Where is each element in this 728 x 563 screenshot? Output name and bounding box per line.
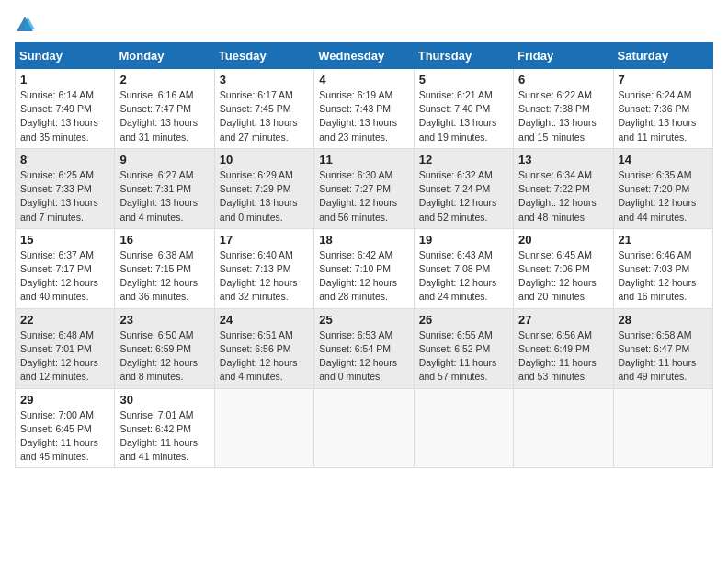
day-info: Sunrise: 6:17 AMSunset: 7:45 PMDaylight:…	[220, 88, 309, 144]
page-header	[15, 15, 713, 35]
day-number: 20	[518, 233, 608, 247]
day-info: Sunrise: 6:34 AMSunset: 7:22 PMDaylight:…	[518, 168, 608, 224]
day-info: Sunrise: 6:29 AMSunset: 7:29 PMDaylight:…	[220, 168, 309, 224]
calendar-day-cell: 11 Sunrise: 6:30 AMSunset: 7:27 PMDaylig…	[314, 148, 414, 228]
calendar-week-row: 29 Sunrise: 7:00 AMSunset: 6:45 PMDaylig…	[16, 388, 713, 468]
day-info: Sunrise: 6:58 AMSunset: 6:47 PMDaylight:…	[619, 328, 708, 385]
calendar-day-cell	[414, 388, 513, 468]
day-number: 30	[119, 393, 209, 407]
day-number: 4	[319, 73, 408, 86]
logo-icon	[15, 15, 35, 35]
calendar-day-cell: 28 Sunrise: 6:58 AMSunset: 6:47 PMDaylig…	[613, 308, 712, 388]
day-number: 10	[220, 153, 309, 167]
calendar-day-cell: 27 Sunrise: 6:56 AMSunset: 6:49 PMDaylig…	[514, 308, 613, 388]
day-number: 1	[20, 73, 109, 86]
day-number: 6	[518, 73, 608, 86]
day-info: Sunrise: 6:32 AMSunset: 7:24 PMDaylight:…	[419, 168, 508, 224]
day-info: Sunrise: 6:30 AMSunset: 7:27 PMDaylight:…	[319, 168, 408, 224]
calendar-week-row: 8 Sunrise: 6:25 AMSunset: 7:33 PMDayligh…	[16, 148, 713, 228]
day-number: 16	[119, 233, 209, 247]
day-number: 25	[319, 313, 408, 327]
day-number: 28	[619, 313, 708, 327]
day-number: 29	[20, 393, 109, 407]
calendar-day-cell: 12 Sunrise: 6:32 AMSunset: 7:24 PMDaylig…	[414, 148, 513, 228]
day-of-week-header: Tuesday	[214, 43, 313, 69]
day-info: Sunrise: 6:16 AMSunset: 7:47 PMDaylight:…	[119, 88, 209, 144]
day-info: Sunrise: 6:14 AMSunset: 7:49 PMDaylight:…	[20, 88, 109, 144]
day-number: 7	[619, 73, 708, 86]
calendar-day-cell: 22 Sunrise: 6:48 AMSunset: 7:01 PMDaylig…	[16, 308, 115, 388]
day-of-week-header: Monday	[115, 43, 214, 69]
calendar-table: SundayMondayTuesdayWednesdayThursdayFrid…	[15, 42, 713, 468]
day-number: 9	[119, 153, 209, 167]
day-number: 22	[20, 313, 109, 327]
calendar-day-cell: 21 Sunrise: 6:46 AMSunset: 7:03 PMDaylig…	[613, 228, 712, 308]
day-number: 8	[20, 153, 109, 167]
calendar-day-cell: 26 Sunrise: 6:55 AMSunset: 6:52 PMDaylig…	[414, 308, 513, 388]
day-number: 19	[419, 233, 508, 247]
calendar-header-row: SundayMondayTuesdayWednesdayThursdayFrid…	[16, 43, 713, 69]
calendar-day-cell: 30 Sunrise: 7:01 AMSunset: 6:42 PMDaylig…	[115, 388, 214, 468]
calendar-day-cell: 29 Sunrise: 7:00 AMSunset: 6:45 PMDaylig…	[16, 388, 115, 468]
day-number: 12	[419, 153, 508, 167]
day-info: Sunrise: 6:38 AMSunset: 7:15 PMDaylight:…	[119, 248, 209, 304]
calendar-day-cell: 3 Sunrise: 6:17 AMSunset: 7:45 PMDayligh…	[214, 69, 313, 149]
day-info: Sunrise: 7:01 AMSunset: 6:42 PMDaylight:…	[119, 408, 209, 465]
calendar-day-cell: 23 Sunrise: 6:50 AMSunset: 6:59 PMDaylig…	[115, 308, 214, 388]
day-info: Sunrise: 6:48 AMSunset: 7:01 PMDaylight:…	[20, 328, 109, 385]
day-info: Sunrise: 6:25 AMSunset: 7:33 PMDaylight:…	[20, 168, 109, 224]
day-of-week-header: Sunday	[16, 43, 115, 69]
day-number: 15	[20, 233, 109, 247]
day-number: 24	[220, 313, 309, 327]
day-info: Sunrise: 6:37 AMSunset: 7:17 PMDaylight:…	[20, 248, 109, 304]
day-info: Sunrise: 6:40 AMSunset: 7:13 PMDaylight:…	[220, 248, 309, 304]
calendar-day-cell: 25 Sunrise: 6:53 AMSunset: 6:54 PMDaylig…	[314, 308, 414, 388]
calendar-day-cell: 10 Sunrise: 6:29 AMSunset: 7:29 PMDaylig…	[214, 148, 313, 228]
calendar-day-cell: 6 Sunrise: 6:22 AMSunset: 7:38 PMDayligh…	[514, 69, 613, 149]
day-number: 3	[220, 73, 309, 86]
day-number: 27	[518, 313, 608, 327]
calendar-day-cell: 2 Sunrise: 6:16 AMSunset: 7:47 PMDayligh…	[115, 69, 214, 149]
day-number: 2	[119, 73, 209, 86]
day-info: Sunrise: 6:27 AMSunset: 7:31 PMDaylight:…	[119, 168, 209, 224]
day-number: 21	[619, 233, 708, 247]
day-number: 23	[119, 313, 209, 327]
day-of-week-header: Thursday	[414, 43, 513, 69]
calendar-day-cell	[613, 388, 712, 468]
day-of-week-header: Friday	[514, 43, 613, 69]
day-info: Sunrise: 6:42 AMSunset: 7:10 PMDaylight:…	[319, 248, 408, 304]
day-info: Sunrise: 6:35 AMSunset: 7:20 PMDaylight:…	[619, 168, 708, 224]
calendar-day-cell: 18 Sunrise: 6:42 AMSunset: 7:10 PMDaylig…	[314, 228, 414, 308]
day-info: Sunrise: 6:50 AMSunset: 6:59 PMDaylight:…	[119, 328, 209, 385]
calendar-day-cell: 9 Sunrise: 6:27 AMSunset: 7:31 PMDayligh…	[115, 148, 214, 228]
day-info: Sunrise: 6:22 AMSunset: 7:38 PMDaylight:…	[518, 88, 608, 144]
day-info: Sunrise: 6:51 AMSunset: 6:56 PMDaylight:…	[220, 328, 309, 385]
day-of-week-header: Wednesday	[314, 43, 414, 69]
calendar-day-cell: 1 Sunrise: 6:14 AMSunset: 7:49 PMDayligh…	[16, 69, 115, 149]
calendar-day-cell: 20 Sunrise: 6:45 AMSunset: 7:06 PMDaylig…	[514, 228, 613, 308]
day-info: Sunrise: 6:56 AMSunset: 6:49 PMDaylight:…	[518, 328, 608, 385]
day-info: Sunrise: 6:24 AMSunset: 7:36 PMDaylight:…	[619, 88, 708, 144]
day-number: 14	[619, 153, 708, 167]
calendar-day-cell: 19 Sunrise: 6:43 AMSunset: 7:08 PMDaylig…	[414, 228, 513, 308]
calendar-day-cell	[314, 388, 414, 468]
day-number: 11	[319, 153, 408, 167]
calendar-day-cell: 16 Sunrise: 6:38 AMSunset: 7:15 PMDaylig…	[115, 228, 214, 308]
day-info: Sunrise: 6:19 AMSunset: 7:43 PMDaylight:…	[319, 88, 408, 144]
calendar-day-cell: 8 Sunrise: 6:25 AMSunset: 7:33 PMDayligh…	[16, 148, 115, 228]
calendar-week-row: 1 Sunrise: 6:14 AMSunset: 7:49 PMDayligh…	[16, 69, 713, 149]
calendar-day-cell: 13 Sunrise: 6:34 AMSunset: 7:22 PMDaylig…	[514, 148, 613, 228]
day-info: Sunrise: 6:53 AMSunset: 6:54 PMDaylight:…	[319, 328, 408, 385]
day-number: 17	[220, 233, 309, 247]
calendar-day-cell	[514, 388, 613, 468]
calendar-day-cell: 17 Sunrise: 6:40 AMSunset: 7:13 PMDaylig…	[214, 228, 313, 308]
logo	[15, 15, 39, 35]
calendar-day-cell: 7 Sunrise: 6:24 AMSunset: 7:36 PMDayligh…	[613, 69, 712, 149]
calendar-week-row: 15 Sunrise: 6:37 AMSunset: 7:17 PMDaylig…	[16, 228, 713, 308]
day-info: Sunrise: 6:43 AMSunset: 7:08 PMDaylight:…	[419, 248, 508, 304]
day-info: Sunrise: 6:21 AMSunset: 7:40 PMDaylight:…	[419, 88, 508, 144]
calendar-day-cell: 5 Sunrise: 6:21 AMSunset: 7:40 PMDayligh…	[414, 69, 513, 149]
day-info: Sunrise: 6:45 AMSunset: 7:06 PMDaylight:…	[518, 248, 608, 304]
day-number: 26	[419, 313, 508, 327]
calendar-day-cell: 15 Sunrise: 6:37 AMSunset: 7:17 PMDaylig…	[16, 228, 115, 308]
